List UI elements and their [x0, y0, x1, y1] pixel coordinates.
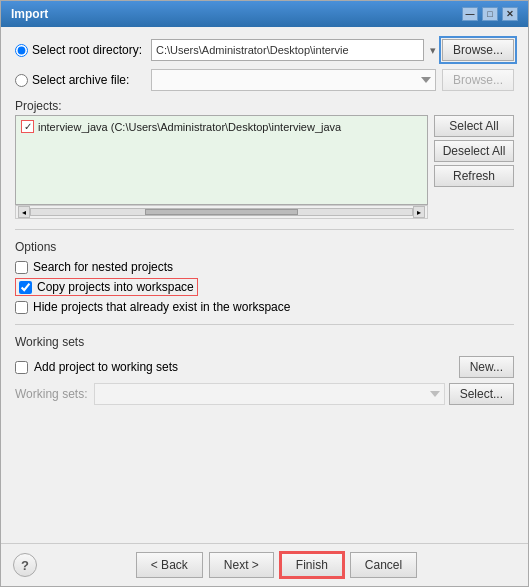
hide-existing-label: Hide projects that already exist in the … — [33, 300, 290, 314]
archive-file-row: Select archive file: Browse... — [15, 69, 514, 91]
root-dir-label: Select root directory: — [32, 43, 142, 57]
projects-container: ✓ interview_java (C:\Users\Administrator… — [15, 115, 428, 219]
working-sets-add-row: Add project to working sets New... — [15, 356, 514, 378]
projects-area: ✓ interview_java (C:\Users\Administrator… — [15, 115, 514, 219]
add-to-working-sets-checkbox[interactable] — [15, 361, 28, 374]
copy-projects-label: Copy projects into workspace — [37, 280, 194, 294]
import-dialog: Import — □ ✕ Select root directory: ▾ Br… — [0, 0, 529, 587]
projects-section: Projects: ✓ interview_java (C:\Users\Adm… — [15, 99, 514, 219]
working-sets-section-label: Working sets — [15, 335, 514, 349]
help-button[interactable]: ? — [13, 553, 37, 577]
title-bar: Import — □ ✕ — [1, 1, 528, 27]
title-bar-buttons: — □ ✕ — [462, 7, 518, 21]
minimize-button[interactable]: — — [462, 7, 478, 21]
dialog-title: Import — [11, 7, 48, 21]
scroll-thumb[interactable] — [145, 209, 297, 215]
copy-projects-checkbox[interactable] — [19, 281, 32, 294]
deselect-all-button[interactable]: Deselect All — [434, 140, 514, 162]
maximize-button[interactable]: □ — [482, 7, 498, 21]
project-checkbox-box[interactable]: ✓ — [21, 120, 34, 133]
working-sets-sets-row: Working sets: Select... — [15, 383, 514, 405]
options-section: Options Search for nested projects Copy … — [15, 240, 514, 314]
working-sets-dropdown[interactable] — [94, 383, 445, 405]
dialog-content: Select root directory: ▾ Browse... Selec… — [1, 27, 528, 543]
archive-browse-button: Browse... — [442, 69, 514, 91]
footer-buttons: < Back Next > Finish Cancel — [37, 552, 516, 578]
search-nested-label: Search for nested projects — [33, 260, 173, 274]
options-section-label: Options — [15, 240, 514, 254]
refresh-button[interactable]: Refresh — [434, 165, 514, 187]
working-sets-section: Working sets Add project to working sets… — [15, 335, 514, 405]
archive-file-radio[interactable] — [15, 74, 28, 87]
scroll-track[interactable] — [30, 208, 413, 216]
finish-button[interactable]: Finish — [280, 552, 344, 578]
checkmark-icon: ✓ — [24, 122, 32, 132]
projects-list[interactable]: ✓ interview_java (C:\Users\Administrator… — [15, 115, 428, 205]
root-dir-radio[interactable] — [15, 44, 28, 57]
hide-existing-checkbox[interactable] — [15, 301, 28, 314]
divider-1 — [15, 229, 514, 230]
archive-file-dropdown[interactable] — [151, 69, 436, 91]
add-to-working-sets-label: Add project to working sets — [34, 360, 178, 374]
cancel-button[interactable]: Cancel — [350, 552, 417, 578]
scroll-right-button[interactable]: ▸ — [413, 206, 425, 218]
root-dir-radio-label[interactable]: Select root directory: — [15, 43, 145, 57]
list-item: ✓ interview_java (C:\Users\Administrator… — [18, 118, 425, 135]
projects-section-label: Projects: — [15, 99, 514, 113]
divider-2 — [15, 324, 514, 325]
select-working-set-button[interactable]: Select... — [449, 383, 514, 405]
next-button[interactable]: Next > — [209, 552, 274, 578]
archive-file-radio-label[interactable]: Select archive file: — [15, 73, 145, 87]
hide-existing-row: Hide projects that already exist in the … — [15, 300, 514, 314]
select-all-button[interactable]: Select All — [434, 115, 514, 137]
project-buttons: Select All Deselect All Refresh — [434, 115, 514, 219]
close-button[interactable]: ✕ — [502, 7, 518, 21]
project-item-label: interview_java (C:\Users\Administrator\D… — [38, 121, 341, 133]
dialog-footer: ? < Back Next > Finish Cancel — [1, 543, 528, 586]
scroll-left-button[interactable]: ◂ — [18, 206, 30, 218]
back-button[interactable]: < Back — [136, 552, 203, 578]
new-working-set-button[interactable]: New... — [459, 356, 514, 378]
copy-projects-row: Copy projects into workspace — [15, 278, 198, 296]
horizontal-scrollbar[interactable]: ◂ ▸ — [15, 205, 428, 219]
root-dir-input[interactable] — [151, 39, 424, 61]
dropdown-arrow[interactable]: ▾ — [430, 44, 436, 57]
archive-file-label: Select archive file: — [32, 73, 129, 87]
search-nested-row: Search for nested projects — [15, 260, 514, 274]
root-dir-row: Select root directory: ▾ Browse... — [15, 39, 514, 61]
root-dir-browse-button[interactable]: Browse... — [442, 39, 514, 61]
working-sets-sets-label: Working sets: — [15, 387, 90, 401]
search-nested-checkbox[interactable] — [15, 261, 28, 274]
